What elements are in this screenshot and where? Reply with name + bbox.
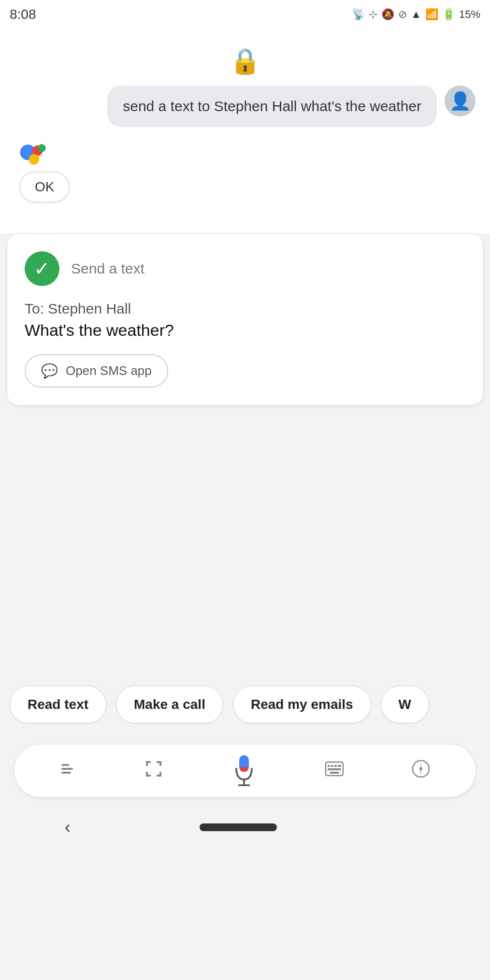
compass-icon[interactable] — [407, 755, 434, 787]
status-bar: 8:08 📡 ⊹ 🔕 ⊘ ▲ 📶 🔋 15% — [0, 0, 490, 27]
chip-make-call-label: Make a call — [134, 697, 205, 712]
chip-weather[interactable]: W — [381, 686, 429, 723]
lock-area: 🔒 — [0, 27, 490, 86]
check-icon: ✓ — [34, 258, 50, 280]
nav-bar: ‹ — [0, 807, 490, 845]
chat-area: send a text to Stephen Hall what's the w… — [0, 86, 490, 233]
svg-rect-4 — [61, 764, 69, 766]
svg-rect-18 — [240, 767, 248, 772]
card-message: What's the weather? — [25, 321, 465, 340]
svg-rect-23 — [331, 765, 333, 767]
card-recipient: To: Stephen Hall — [25, 301, 465, 317]
svg-rect-25 — [338, 765, 341, 767]
svg-rect-12 — [146, 772, 148, 777]
battery-percent: 15% — [459, 8, 480, 21]
open-sms-button[interactable]: 💬 Open SMS app — [25, 354, 168, 388]
assistant-input-bar — [14, 745, 476, 797]
svg-rect-26 — [328, 768, 341, 770]
card-header: ✓ Send a text — [25, 251, 465, 286]
svg-rect-10 — [159, 761, 161, 766]
chip-make-call[interactable]: Make a call — [116, 686, 223, 723]
card-title: Send a text — [71, 260, 144, 277]
status-time: 8:08 — [10, 7, 36, 22]
sms-button-label: Open SMS app — [66, 363, 152, 378]
svg-rect-6 — [61, 772, 71, 774]
suggestion-chips: Read text Make a call Read my emails W — [0, 671, 490, 738]
user-message-row: send a text to Stephen Hall what's the w… — [14, 86, 476, 127]
svg-rect-24 — [334, 765, 337, 767]
svg-rect-8 — [146, 761, 148, 766]
user-avatar-icon: 👤 — [449, 91, 471, 111]
send-text-card: ✓ Send a text To: Stephen Hall What's th… — [7, 233, 483, 405]
chip-read-text-label: Read text — [28, 697, 88, 712]
wifi-icon: ▲ — [411, 8, 421, 21]
bottom-bar — [0, 738, 490, 807]
battery-icon: 🔋 — [442, 8, 455, 21]
chip-weather-label: W — [399, 697, 411, 712]
mute-icon: 🔕 — [381, 8, 394, 21]
keyboard-icon[interactable] — [321, 756, 348, 786]
back-button[interactable]: ‹ — [65, 817, 71, 837]
google-assistant-dots — [18, 142, 53, 167]
chip-read-text[interactable]: Read text — [10, 686, 106, 723]
cast-icon: 📡 — [352, 8, 365, 21]
home-indicator[interactable] — [200, 823, 277, 831]
chip-read-emails[interactable]: Read my emails — [233, 686, 371, 723]
svg-point-2 — [38, 144, 46, 152]
user-message-bubble: send a text to Stephen Hall what's the w… — [107, 86, 437, 127]
user-avatar: 👤 — [445, 86, 476, 116]
sms-icon: 💬 — [41, 363, 58, 379]
menu-icon[interactable] — [56, 756, 81, 786]
lens-icon[interactable] — [140, 755, 167, 787]
mic-icon — [231, 753, 257, 788]
signal-icon: 📶 — [425, 8, 438, 21]
bluetooth-icon: ⊹ — [369, 8, 377, 21]
assistant-reply: OK — [19, 172, 70, 202]
lock-icon: 🔒 — [230, 46, 261, 76]
svg-point-3 — [29, 154, 40, 165]
check-circle: ✓ — [25, 251, 59, 286]
chip-read-emails-label: Read my emails — [251, 697, 353, 712]
svg-point-30 — [419, 767, 422, 770]
svg-rect-14 — [159, 772, 161, 777]
dnd-icon: ⊘ — [398, 8, 407, 21]
svg-rect-22 — [328, 765, 330, 767]
gray-spacer — [0, 420, 490, 671]
svg-rect-5 — [61, 768, 73, 770]
notification-icons: 📡 ⊹ 🔕 ⊘ ▲ 📶 🔋 15% — [352, 8, 480, 21]
mic-button[interactable] — [227, 753, 261, 788]
svg-rect-27 — [330, 772, 339, 774]
